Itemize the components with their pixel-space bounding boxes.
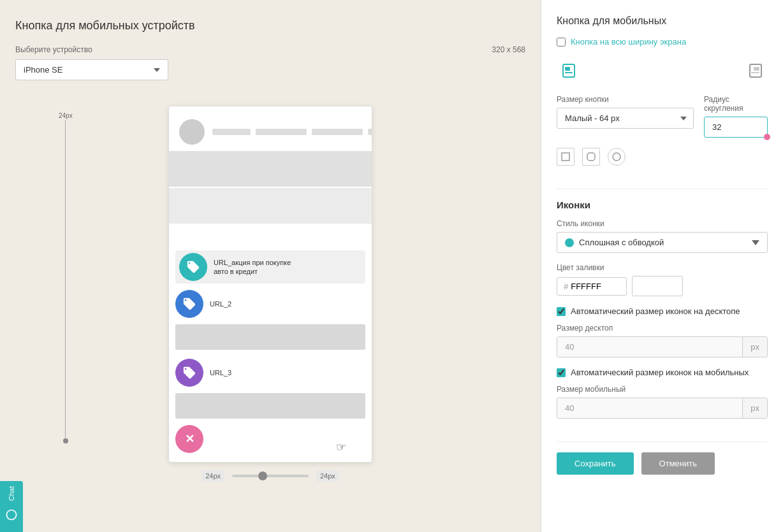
side-ruler: 24px xyxy=(59,112,73,443)
fb-row-4[interactable]: ✕ xyxy=(175,422,365,456)
content-block-2 xyxy=(169,188,372,224)
auto-mobile-checkbox[interactable] xyxy=(557,368,566,377)
content-row-bg-2 xyxy=(175,393,365,419)
svg-rect-5 xyxy=(751,72,759,73)
cancel-button[interactable]: Отменить xyxy=(641,452,715,475)
auto-mobile-row: Автоматический размер иконок на мобильны… xyxy=(557,368,768,377)
svg-rect-2 xyxy=(565,72,573,73)
align-icons-row xyxy=(557,59,768,82)
desktop-size-input[interactable] xyxy=(557,337,742,357)
icon-style-label: Стиль иконки xyxy=(557,219,768,228)
fb-circle-4[interactable]: ✕ xyxy=(175,425,203,453)
corner-rounded-icon xyxy=(586,152,596,162)
auto-desktop-checkbox[interactable] xyxy=(557,307,566,316)
auto-mobile-label[interactable]: Автоматический размер иконок на мобильны… xyxy=(571,368,749,377)
header-line-3 xyxy=(312,129,363,135)
fb-title-1: URL_акция при покупке xyxy=(214,258,291,267)
fb-title-2: URL_2 xyxy=(210,299,231,308)
auto-desktop-row: Автоматический размер иконок на десктопе xyxy=(557,306,768,316)
phone-header xyxy=(169,106,372,151)
hash-symbol: # xyxy=(564,282,568,291)
avatar xyxy=(179,119,205,145)
corner-icons xyxy=(557,148,768,166)
icon-style-select[interactable]: Сплошная с обводкой xyxy=(557,232,768,253)
device-select[interactable]: iPhone SE xyxy=(15,59,168,80)
right-panel-title: Кнопка для мобильных xyxy=(557,15,768,27)
icon-style-dot xyxy=(565,238,574,247)
floating-buttons: URL_акция при покупке авто в кредит ☞ UR… xyxy=(175,250,365,456)
mobile-size-unit: px xyxy=(742,398,767,418)
full-width-row: Кнопка на всю ширину экрана xyxy=(557,37,768,47)
svg-rect-7 xyxy=(587,153,595,161)
fb-circle-1[interactable] xyxy=(179,253,207,281)
color-fill-row: Цвет заливки # xyxy=(557,263,768,296)
align-left-button[interactable] xyxy=(559,59,582,82)
fb-circle-3[interactable] xyxy=(175,359,203,387)
corner-square-button[interactable] xyxy=(557,148,574,166)
fb-subtitle-1: авто в кредит xyxy=(214,267,291,276)
icon-style-left: Сплошная с обводкой xyxy=(565,238,664,247)
svg-point-8 xyxy=(613,153,620,161)
tag-icon-2 xyxy=(182,297,196,311)
mobile-size-input[interactable] xyxy=(557,398,742,418)
align-right-button[interactable] xyxy=(742,59,765,82)
button-size-label: Размер кнопки xyxy=(557,95,694,104)
button-size-select[interactable]: Малый - 64 px xyxy=(557,108,694,129)
fb-row-2[interactable]: URL_2 xyxy=(175,287,365,320)
color-inputs: # xyxy=(557,276,768,296)
zoom-area: 24px 24px xyxy=(201,470,339,482)
corner-rounded-button[interactable] xyxy=(582,148,600,166)
icon-style-row: Стиль иконки Сплошная с обводкой xyxy=(557,219,768,253)
tag-icon-3 xyxy=(182,366,196,380)
fill-color-input[interactable] xyxy=(571,282,615,291)
header-line-4 xyxy=(368,129,372,135)
size-radius-row: Размер кнопки Малый - 64 px Радиус скруг… xyxy=(557,95,768,138)
fb-circle-2[interactable] xyxy=(175,290,203,318)
auto-desktop-label[interactable]: Автоматический размер иконок на десктопе xyxy=(571,306,740,316)
desktop-size-unit: px xyxy=(742,337,767,357)
zoom-min-label: 24px xyxy=(59,112,73,119)
radius-dot xyxy=(764,134,770,140)
radius-input-wrapper xyxy=(704,117,768,138)
fill-color-label: Цвет заливки xyxy=(557,263,768,272)
fb-row-3[interactable]: URL_3 xyxy=(175,356,365,389)
bottom-buttons: Сохранить Отменить xyxy=(557,442,768,475)
fb-text-2: URL_2 xyxy=(210,299,231,308)
border-radius-input[interactable] xyxy=(704,117,768,138)
phone-frame: URL_акция при покупке авто в кредит ☞ UR… xyxy=(168,106,372,463)
divider-1 xyxy=(557,189,768,189)
desktop-size-wrapper: px xyxy=(557,336,768,357)
close-icon: ✕ xyxy=(185,432,194,446)
preview-area: 24px xyxy=(15,106,525,519)
align-left-icon xyxy=(562,62,580,80)
zoom-slider[interactable] xyxy=(232,475,309,477)
device-row: Выберите устройство 320 x 568 xyxy=(15,45,525,54)
fb-title-3: URL_3 xyxy=(210,368,231,377)
header-line-2 xyxy=(256,129,307,135)
right-panel: Кнопка для мобильных Кнопка на всю ширин… xyxy=(541,0,783,532)
corner-circle-button[interactable] xyxy=(608,148,626,166)
tag-icon-1 xyxy=(186,260,200,274)
full-width-label[interactable]: Кнопка на всю ширину экрана xyxy=(571,37,686,47)
chat-sidebar[interactable]: Chat xyxy=(0,481,23,532)
page-title: Кнопка для мобильных устройств xyxy=(15,19,525,32)
zoom-min-label: 24px xyxy=(201,470,224,482)
svg-rect-1 xyxy=(565,67,570,71)
full-width-checkbox[interactable] xyxy=(557,38,566,47)
corner-square-icon xyxy=(560,152,571,162)
fb-row-1[interactable]: URL_акция при покупке авто в кредит ☞ xyxy=(175,250,365,284)
fb-text-3: URL_3 xyxy=(210,368,231,377)
header-line-1 xyxy=(212,129,251,135)
phone-content-rows xyxy=(169,151,372,224)
chat-label: Chat xyxy=(8,486,15,501)
desktop-size-label: Размер десктоп xyxy=(557,324,768,333)
button-size-select-wrapper: Малый - 64 px xyxy=(557,108,694,129)
chat-icon xyxy=(5,508,18,521)
save-button[interactable]: Сохранить xyxy=(557,452,634,475)
align-right-icon xyxy=(745,62,763,80)
mobile-size-wrapper: px xyxy=(557,398,768,419)
color-picker-box[interactable] xyxy=(632,276,683,296)
button-size-group: Размер кнопки Малый - 64 px xyxy=(557,95,694,138)
content-block-1 xyxy=(169,151,372,187)
color-hash-input: # xyxy=(557,277,627,296)
